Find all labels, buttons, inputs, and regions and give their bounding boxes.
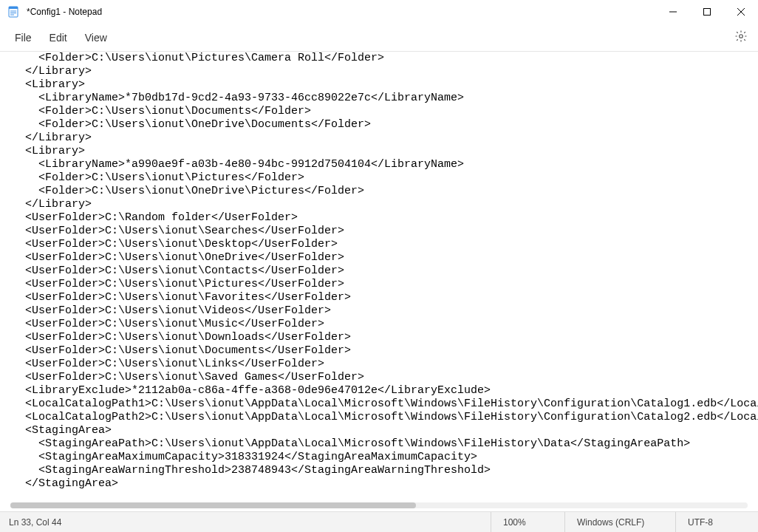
notepad-app-icon xyxy=(7,6,19,18)
editor-line[interactable]: <Folder>C:\Users\ionut\OneDrive\Document… xyxy=(12,118,758,132)
editor-line[interactable]: <UserFolder>C:\Users\ionut\OneDrive</Use… xyxy=(12,251,758,265)
window-title: *Config1 - Notepad xyxy=(27,7,102,17)
status-cursor-position: Ln 33, Col 44 xyxy=(9,517,491,528)
menu-view[interactable]: View xyxy=(76,27,116,48)
editor-line[interactable]: <LocalCatalogPath1>C:\Users\ionut\AppDat… xyxy=(12,398,758,411)
minimize-button[interactable] xyxy=(656,0,690,24)
editor-line[interactable]: <LibraryExclude>*2112ab0a-c86a-4ffe-a368… xyxy=(12,384,758,398)
editor-line[interactable]: <Folder>C:\Users\ionut\Pictures</Folder> xyxy=(12,171,758,185)
editor-line[interactable]: <UserFolder>C:\Random folder</UserFolder… xyxy=(12,211,758,225)
editor-line[interactable]: <Folder>C:\Users\ionut\OneDrive\Pictures… xyxy=(12,185,758,198)
editor-line[interactable]: <StagingAreaMaximumCapacity>318331924</S… xyxy=(12,451,758,464)
text-editor[interactable]: <Folder>C:\Users\ionut\Pictures\Camera R… xyxy=(0,52,758,511)
editor-line[interactable]: <Library> xyxy=(12,145,758,158)
window-controls xyxy=(656,0,758,24)
editor-line[interactable]: <UserFolder>C:\Users\ionut\Videos</UserF… xyxy=(12,304,758,318)
editor-line[interactable]: <Folder>C:\Users\ionut\Documents</Folder… xyxy=(12,105,758,118)
editor-line[interactable]: <LibraryName>*a990ae9f-a03b-4e80-94bc-99… xyxy=(12,158,758,171)
settings-button[interactable] xyxy=(731,27,751,48)
editor-line[interactable]: <UserFolder>C:\Users\ionut\Links</UserFo… xyxy=(12,358,758,371)
close-button[interactable] xyxy=(724,0,758,24)
editor-area[interactable]: <Folder>C:\Users\ionut\Pictures\Camera R… xyxy=(0,52,758,511)
editor-line[interactable]: <StagingAreaWarningThreshold>238748943</… xyxy=(12,464,758,477)
svg-point-9 xyxy=(740,35,743,38)
editor-line[interactable]: <LibraryName>*7b0db17d-9cd2-4a93-9733-46… xyxy=(12,92,758,105)
status-zoom[interactable]: 100% xyxy=(491,512,564,532)
menubar: File Edit View xyxy=(0,24,758,52)
editor-line[interactable]: <UserFolder>C:\Users\ionut\Pictures</Use… xyxy=(12,278,758,291)
editor-line[interactable]: <UserFolder>C:\Users\ionut\Downloads</Us… xyxy=(12,331,758,344)
editor-line[interactable]: <LocalCatalogPath2>C:\Users\ionut\AppDat… xyxy=(12,411,758,424)
editor-line[interactable]: </StagingArea> xyxy=(12,477,758,491)
menu-file[interactable]: File xyxy=(6,27,41,48)
editor-line[interactable]: <UserFolder>C:\Users\ionut\Desktop</User… xyxy=(12,238,758,251)
editor-line[interactable]: </Library> xyxy=(12,132,758,145)
status-line-ending[interactable]: Windows (CRLF) xyxy=(564,512,675,532)
editor-line[interactable]: <UserFolder>C:\Users\ionut\Saved Games</… xyxy=(12,371,758,384)
editor-line[interactable]: <UserFolder>C:\Users\ionut\Favorites</Us… xyxy=(12,291,758,304)
status-encoding[interactable]: UTF-8 xyxy=(675,512,749,532)
editor-line[interactable]: <UserFolder>C:\Users\ionut\Searches</Use… xyxy=(12,225,758,238)
editor-line[interactable]: </Library> xyxy=(12,198,758,211)
editor-line[interactable]: <StagingArea> xyxy=(12,424,758,437)
editor-line[interactable]: </Library> xyxy=(12,65,758,78)
menu-edit[interactable]: Edit xyxy=(41,27,76,48)
editor-line[interactable]: <UserFolder>C:\Users\ionut\Music</UserFo… xyxy=(12,318,758,331)
editor-line[interactable]: <UserFolder>C:\Users\ionut\Contacts</Use… xyxy=(12,265,758,278)
scrollbar-thumb[interactable] xyxy=(10,502,416,508)
statusbar: Ln 33, Col 44 100% Windows (CRLF) UTF-8 xyxy=(0,511,758,532)
gear-icon xyxy=(734,33,748,45)
scrollbar-track[interactable] xyxy=(10,502,748,508)
editor-line[interactable]: <UserFolder>C:\Users\ionut\Documents</Us… xyxy=(12,344,758,358)
editor-line[interactable]: <StagingAreaPath>C:\Users\ionut\AppData\… xyxy=(12,437,758,451)
maximize-button[interactable] xyxy=(690,0,724,24)
svg-rect-6 xyxy=(704,9,711,16)
titlebar: *Config1 - Notepad xyxy=(0,0,758,24)
editor-line[interactable]: <Library> xyxy=(12,78,758,92)
editor-line[interactable]: <Folder>C:\Users\ionut\Pictures\Camera R… xyxy=(12,52,758,65)
svg-rect-1 xyxy=(9,7,18,9)
horizontal-scrollbar[interactable] xyxy=(10,501,748,510)
